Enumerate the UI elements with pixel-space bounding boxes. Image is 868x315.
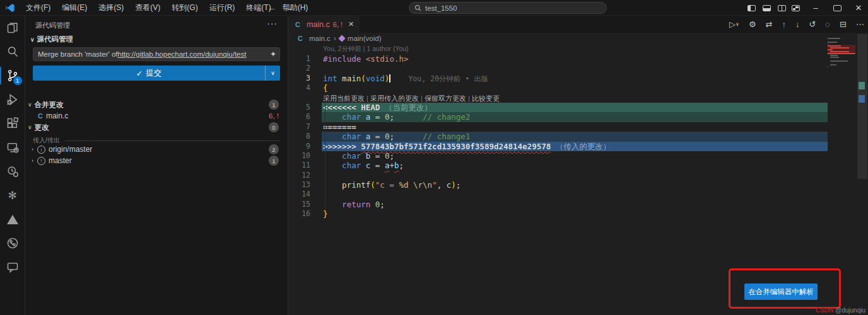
run-button[interactable]: ▷∨ <box>729 20 739 28</box>
copilot-sparkle-icon[interactable]: ✦ <box>270 50 276 59</box>
minimize-button[interactable]: – <box>805 0 826 16</box>
chevron-down-icon: ∨ <box>28 101 32 108</box>
code-line-16[interactable]: 16} <box>289 209 828 219</box>
code-text: int main(void)You, 20分钟前 • 出版 <box>322 74 828 83</box>
references-icon[interactable] <box>0 159 25 183</box>
merge-changes-group[interactable]: ∨ 合并更改 1 <box>25 99 288 110</box>
code-text <box>322 64 828 73</box>
openai-icon[interactable]: ✻ <box>0 183 25 207</box>
git-graph-icon[interactable] <box>0 231 25 255</box>
commit-message-input[interactable]: Merge branch 'master' of http://gitlab.h… <box>33 47 280 61</box>
code-line-5[interactable]: 5<<<<<<< HEAD （当前更改） <box>289 103 828 112</box>
codelens-action[interactable]: 采用当前更改 <box>323 94 365 102</box>
c-file-icon: C <box>298 35 303 42</box>
code-line-13[interactable]: 13 printf("c = %d \r\n", c); <box>289 180 828 190</box>
gitlens-authors[interactable]: You, 2分钟前 | 1 author (You) <box>323 45 409 54</box>
code-line-14[interactable]: 14 <box>289 190 828 199</box>
codelens-action[interactable]: 保留双方更改 <box>425 94 466 102</box>
split-editor-icon[interactable]: ⊟ <box>840 20 847 28</box>
code-line-8[interactable]: 8 char a = 0; // change1 <box>289 132 828 141</box>
source-control-icon[interactable]: 1 <box>0 64 25 88</box>
close-button[interactable]: ✕ <box>849 0 868 16</box>
commit-dropdown[interactable]: ∨ <box>265 66 280 81</box>
restore-button[interactable] <box>826 0 848 16</box>
menu-item[interactable]: 转到(G) <box>166 0 203 16</box>
nav-forward-icon[interactable]: → <box>281 0 295 16</box>
remote-explorer-icon[interactable] <box>0 135 25 159</box>
breadcrumb-file[interactable]: main.c <box>309 35 331 42</box>
line-number: 14 <box>289 190 322 199</box>
breadcrumb-symbol[interactable]: main(void) <box>348 35 382 42</box>
scm-provider-header[interactable]: ∨ 源代码管理 <box>28 35 73 44</box>
code-line-4[interactable]: 4{ <box>289 83 828 93</box>
scrollbar-thumb[interactable] <box>857 34 867 179</box>
minimap[interactable] <box>828 37 855 67</box>
customize-layout-icon[interactable] <box>789 0 802 16</box>
settings-gear-icon[interactable]: ⚙ <box>749 20 756 28</box>
next-change-icon[interactable]: ↓ <box>795 20 800 28</box>
close-tab-icon[interactable]: ✕ <box>348 20 354 28</box>
explorer-icon[interactable] <box>0 16 25 40</box>
code-line-1[interactable]: 1#include <stdio.h> <box>289 54 828 64</box>
toggle-sidebar-icon[interactable] <box>744 0 758 16</box>
menu-item[interactable]: 运行(R) <box>204 0 241 16</box>
outgoing-branch-row[interactable]: › ↑ master 1 <box>25 155 288 166</box>
run-debug-icon[interactable] <box>0 88 25 112</box>
tab-main-c[interactable]: C main.c 6, ! ✕ <box>289 16 360 33</box>
code-line-10[interactable]: 10 char b = 0; <box>289 151 828 161</box>
line-number: 13 <box>289 180 322 190</box>
open-changes-icon[interactable]: ◌ <box>825 20 830 28</box>
code-line-3[interactable]: 3int main(void)You, 20分钟前 • 出版 <box>289 74 828 83</box>
line-number: 7 <box>289 122 322 132</box>
code-text: char b = 0; <box>322 151 828 161</box>
line-number: 16 <box>289 209 322 219</box>
line-number: 1 <box>289 54 322 64</box>
toggle-panel-icon[interactable] <box>760 0 773 16</box>
title-bar: 文件(F)编辑(E)选择(S)查看(V)转到(G)运行(R)终端(T)帮助(H)… <box>0 0 868 16</box>
commit-button-main[interactable]: ✓ 提交 <box>33 66 265 81</box>
chevron-down-icon: ∨ <box>30 37 35 43</box>
codelens-action[interactable]: 采用传入的更改 <box>370 94 419 102</box>
code-line-7[interactable]: 7======= <box>289 122 828 132</box>
commit-button[interactable]: ✓ 提交 ∨ <box>33 66 280 81</box>
group-badge: 0 <box>269 122 279 132</box>
code-text <box>322 190 828 199</box>
line-number: 8 <box>289 132 322 141</box>
code-line-11[interactable]: 11 char c = a+b; <box>289 161 828 170</box>
build-triangle-icon[interactable] <box>0 207 25 231</box>
menu-item[interactable]: 文件(F) <box>20 0 56 16</box>
text-cursor <box>389 74 390 83</box>
more-actions-icon[interactable]: ··· <box>267 18 278 28</box>
code-text: printf("c = %d \r\n", c); <box>322 180 828 190</box>
code-line-15[interactable]: 15 return 0; <box>289 200 828 209</box>
line-number <box>289 93 322 103</box>
conflict-file-row[interactable]: C main.c 6, ! <box>25 110 288 122</box>
code-line-6[interactable]: 6 char a = 0; // change2 <box>289 112 828 122</box>
changes-group[interactable]: ∨ 更改 0 <box>25 122 288 133</box>
nav-back-icon[interactable]: ← <box>265 0 279 16</box>
split-editor-icon[interactable] <box>775 0 789 16</box>
incoming-branch-row[interactable]: › ↓ origin/master 2 <box>25 144 288 155</box>
overview-ruler[interactable] <box>855 16 868 315</box>
sync-badge: 2 <box>269 144 279 154</box>
discard-changes-icon[interactable]: ↺ <box>809 20 816 28</box>
menu-item[interactable]: 查看(V) <box>129 0 166 16</box>
code-text: #include <stdio.h> <box>322 54 828 64</box>
merge-codelens-row[interactable]: 采用当前更改 | 采用传入的更改 | 保留双方更改 | 比较变更 <box>289 93 828 103</box>
codelens-action[interactable]: 比较变更 <box>472 94 500 102</box>
code-text: ======= <box>322 122 828 132</box>
code-line-12[interactable]: 12 <box>289 171 828 180</box>
compare-changes-icon[interactable]: ⇄ <box>766 20 773 28</box>
previous-change-icon[interactable]: ↑ <box>782 20 786 28</box>
menu-item[interactable]: 编辑(E) <box>56 0 93 16</box>
menu-item[interactable]: 选择(S) <box>93 0 129 16</box>
extensions-icon[interactable] <box>0 112 25 135</box>
command-center-search[interactable]: test_1550 <box>409 2 607 14</box>
search-view-icon[interactable] <box>0 40 25 64</box>
code-line-2[interactable]: 2 <box>289 64 828 73</box>
code-line-9[interactable]: 9>>>>>>> 577843b7bf571f2cd135930f3589d24… <box>289 142 828 151</box>
commit-message-text: Merge branch 'master' of <box>38 50 117 58</box>
symbol-method-icon <box>338 35 345 42</box>
scm-badge: 1 <box>13 76 22 85</box>
comments-icon[interactable] <box>0 255 25 279</box>
